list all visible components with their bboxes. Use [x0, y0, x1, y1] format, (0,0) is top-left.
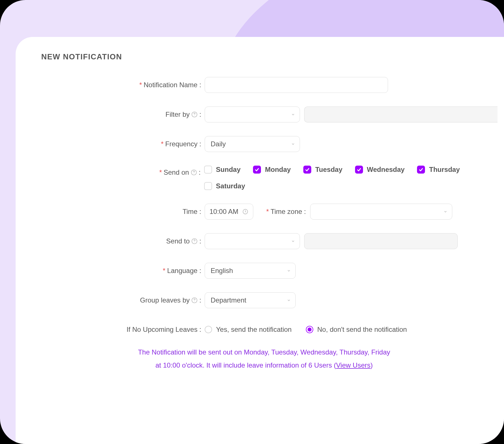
- chevron-down-icon: [291, 239, 295, 243]
- filter-by-select[interactable]: [205, 107, 300, 122]
- day-label: Wednesday: [367, 166, 405, 174]
- label-frequency: * Frequency :: [41, 140, 205, 148]
- label-filter-by: Filter by :: [41, 111, 205, 118]
- day-checkbox-saturday[interactable]: Saturday: [204, 182, 245, 190]
- day-checkbox-monday[interactable]: Monday: [253, 166, 291, 174]
- radio-icon: [205, 326, 212, 333]
- day-label: Sunday: [216, 166, 241, 174]
- view-users-link[interactable]: View Users: [336, 361, 370, 369]
- day-label: Tuesday: [315, 166, 343, 174]
- filter-by-value-display: [304, 107, 497, 122]
- required-mark: *: [139, 81, 142, 89]
- checkbox-icon: [204, 182, 212, 190]
- form-card: NEW NOTIFICATION * Notification Name : F…: [16, 37, 504, 444]
- notification-name-input[interactable]: [205, 77, 388, 93]
- label-time: Time :: [41, 208, 205, 216]
- label-send-to: Send to :: [41, 237, 205, 245]
- notification-form: * Notification Name : Filter by: [41, 77, 504, 372]
- page-title: NEW NOTIFICATION: [41, 53, 504, 61]
- language-select[interactable]: English: [205, 263, 296, 279]
- day-checkbox-wednesday[interactable]: Wednesday: [355, 166, 405, 174]
- chevron-down-icon: [291, 142, 295, 146]
- send-to-select[interactable]: [205, 233, 300, 249]
- chevron-down-icon: [443, 210, 447, 214]
- svg-point-6: [194, 242, 195, 243]
- radio-no-send[interactable]: No, don't send the notification: [306, 326, 407, 333]
- help-icon[interactable]: [191, 111, 198, 118]
- label-language: * Language :: [41, 267, 205, 275]
- frequency-select[interactable]: Daily: [205, 136, 300, 152]
- day-label: Saturday: [216, 182, 245, 190]
- checkbox-icon: [253, 166, 261, 174]
- required-mark: *: [163, 267, 165, 275]
- day-label: Thursday: [429, 166, 460, 174]
- help-icon[interactable]: [191, 238, 198, 244]
- group-leaves-select[interactable]: Department: [205, 292, 296, 308]
- label-notification-name: * Notification Name :: [41, 81, 205, 89]
- chevron-down-icon: [287, 269, 291, 273]
- day-checkbox-thursday[interactable]: Thursday: [417, 166, 460, 174]
- svg-point-3: [194, 174, 194, 174]
- page-background: NEW NOTIFICATION * Notification Name : F…: [0, 0, 504, 444]
- day-checkbox-sunday[interactable]: Sunday: [204, 166, 241, 174]
- notification-summary: The Notification will be sent out on Mon…: [41, 346, 504, 372]
- checkbox-icon: [303, 166, 311, 174]
- time-input[interactable]: 10:00 AM: [205, 204, 253, 220]
- svg-point-1: [194, 116, 195, 116]
- help-icon[interactable]: [191, 169, 197, 176]
- label-no-upcoming: If No Upcoming Leaves :: [41, 326, 205, 333]
- chevron-down-icon: [291, 112, 295, 116]
- clock-icon: [242, 209, 248, 215]
- label-timezone: * Time zone :: [266, 208, 306, 216]
- day-label: Monday: [265, 166, 291, 174]
- required-mark: *: [159, 168, 162, 176]
- required-mark: *: [161, 140, 163, 148]
- required-mark: *: [266, 208, 269, 216]
- svg-point-8: [194, 301, 195, 302]
- help-icon[interactable]: [191, 297, 198, 303]
- radio-icon: [306, 326, 313, 333]
- timezone-select[interactable]: [310, 204, 452, 220]
- radio-yes-send[interactable]: Yes, send the notification: [205, 326, 292, 333]
- checkbox-icon: [417, 166, 425, 174]
- send-to-value-display: [304, 233, 458, 249]
- checkbox-icon: [204, 166, 212, 174]
- label-send-on: * Send on :: [41, 166, 204, 176]
- label-group-leaves: Group leaves by :: [41, 296, 205, 304]
- checkbox-icon: [355, 166, 363, 174]
- day-checkbox-tuesday[interactable]: Tuesday: [303, 166, 343, 174]
- chevron-down-icon: [287, 298, 291, 302]
